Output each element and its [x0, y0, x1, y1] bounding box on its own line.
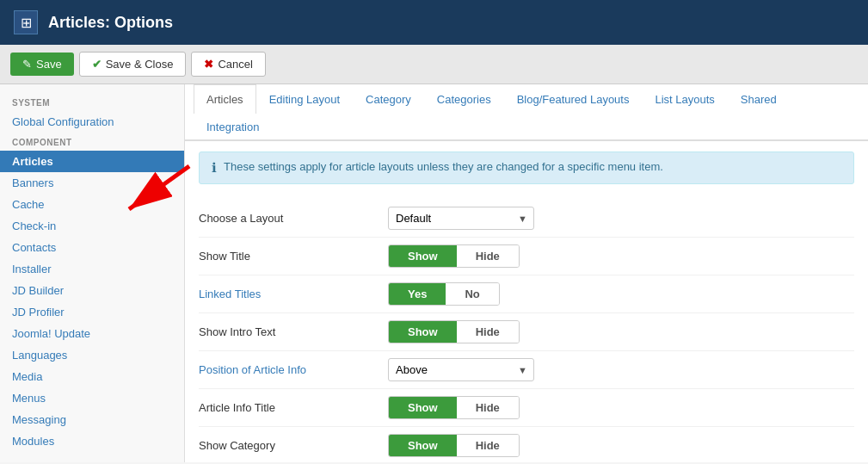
save-button[interactable]: ✎ Save: [10, 53, 74, 76]
label-show-intro-text: Show Intro Text: [199, 325, 388, 338]
form-row-show-category: Show Category Show Hide: [199, 427, 854, 462]
tab-list-layouts[interactable]: List Layouts: [642, 84, 727, 114]
tab-bar: Articles Editing Layout Category Categor…: [185, 84, 868, 141]
tab-shared[interactable]: Shared: [728, 84, 790, 114]
article-info-title-toggle: Show Hide: [388, 396, 520, 419]
control-article-info-title: Show Hide: [388, 396, 854, 419]
position-select-wrapper: Above Below Split ▼: [388, 358, 534, 381]
show-category-show-btn[interactable]: Show: [389, 435, 457, 456]
sidebar-item-languages[interactable]: Languages: [0, 344, 184, 366]
info-icon: ℹ: [212, 160, 217, 176]
tab-integration[interactable]: Integration: [194, 112, 272, 141]
app-header: ⊞ Articles: Options: [0, 0, 868, 45]
show-title-hide-btn[interactable]: Hide: [457, 245, 519, 267]
check-icon: ✔: [92, 58, 102, 71]
show-intro-text-toggle: Show Hide: [388, 320, 520, 343]
form-row-choose-layout: Choose a Layout Default Blog List ▼: [199, 200, 854, 238]
page-title: Articles: Options: [48, 14, 173, 32]
sidebar-item-media[interactable]: Media: [0, 366, 184, 387]
control-position-article-info: Above Below Split ▼: [388, 358, 854, 381]
sidebar-item-menus[interactable]: Menus: [0, 387, 184, 409]
sidebar-item-cache[interactable]: Cache: [0, 194, 184, 215]
info-message: These settings apply for article layouts…: [224, 160, 663, 173]
form-body: Choose a Layout Default Blog List ▼ Show…: [185, 195, 868, 462]
sidebar-item-global-configuration[interactable]: Global Configuration: [0, 111, 184, 133]
tab-articles[interactable]: Articles: [194, 84, 256, 114]
show-title-show-btn[interactable]: Show: [389, 245, 457, 267]
control-show-category: Show Hide: [388, 434, 854, 457]
sidebar-item-modules[interactable]: Modules: [0, 430, 184, 452]
label-article-info-title: Article Info Title: [199, 401, 388, 414]
layout-select[interactable]: Default Blog List: [388, 207, 534, 230]
sidebar-item-articles[interactable]: Articles: [0, 151, 184, 172]
sidebar-item-messaging[interactable]: Messaging: [0, 409, 184, 430]
cancel-button[interactable]: ✖ Cancel: [191, 52, 265, 77]
main-layout: SYSTEM Global Configuration COMPONENT Ar…: [0, 84, 868, 462]
article-info-title-hide-btn[interactable]: Hide: [457, 397, 519, 418]
sidebar-item-banners[interactable]: Banners: [0, 172, 184, 194]
show-intro-text-hide-btn[interactable]: Hide: [457, 321, 519, 343]
tab-category[interactable]: Category: [353, 84, 424, 114]
sidebar: SYSTEM Global Configuration COMPONENT Ar…: [0, 84, 185, 462]
sidebar-item-check-in[interactable]: Check-in: [0, 215, 184, 237]
form-row-position-article-info: Position of Article Info Above Below Spl…: [199, 351, 854, 389]
x-icon: ✖: [204, 58, 213, 71]
position-article-info-select[interactable]: Above Below Split: [388, 358, 534, 381]
sidebar-item-installer[interactable]: Installer: [0, 258, 184, 280]
app-icon: ⊞: [14, 10, 38, 34]
save-edit-icon: ✎: [22, 58, 32, 71]
control-choose-layout: Default Blog List ▼: [388, 207, 854, 230]
form-row-show-intro-text: Show Intro Text Show Hide: [199, 313, 854, 351]
linked-titles-toggle: Yes No: [388, 282, 500, 306]
linked-titles-yes-btn[interactable]: Yes: [389, 283, 446, 305]
form-row-article-info-title: Article Info Title Show Hide: [199, 389, 854, 427]
component-section-label: COMPONENT: [0, 133, 184, 151]
tab-editing-layout[interactable]: Editing Layout: [256, 84, 353, 114]
control-show-intro-text: Show Hide: [388, 320, 854, 343]
toolbar: ✎ Save ✔ Save & Close ✖ Cancel: [0, 45, 868, 84]
sidebar-item-contacts[interactable]: Contacts: [0, 237, 184, 258]
content-area: Articles Editing Layout Category Categor…: [185, 84, 868, 462]
info-box: ℹ These settings apply for article layou…: [199, 152, 854, 184]
control-show-title: Show Hide: [388, 244, 854, 268]
linked-titles-no-btn[interactable]: No: [446, 283, 498, 305]
show-intro-text-show-btn[interactable]: Show: [389, 321, 457, 343]
sidebar-item-jd-profiler[interactable]: JD Profiler: [0, 301, 184, 323]
label-linked-titles: Linked Titles: [199, 288, 388, 300]
sidebar-item-joomla-update[interactable]: Joomla! Update: [0, 323, 184, 344]
label-position-article-info: Position of Article Info: [199, 363, 388, 376]
system-section-label: SYSTEM: [0, 93, 184, 111]
save-close-button[interactable]: ✔ Save & Close: [79, 52, 187, 77]
show-title-toggle: Show Hide: [388, 244, 520, 268]
article-info-title-show-btn[interactable]: Show: [389, 397, 457, 418]
sidebar-item-jd-builder[interactable]: JD Builder: [0, 280, 184, 301]
control-linked-titles: Yes No: [388, 282, 854, 306]
label-show-category: Show Category: [199, 439, 388, 452]
form-row-linked-titles: Linked Titles Yes No: [199, 275, 854, 313]
tab-categories[interactable]: Categories: [424, 84, 504, 114]
form-row-show-title: Show Title Show Hide: [199, 238, 854, 275]
label-choose-layout: Choose a Layout: [199, 212, 388, 225]
show-category-toggle: Show Hide: [388, 434, 520, 457]
label-show-title: Show Title: [199, 250, 388, 263]
tab-blog-featured-layouts[interactable]: Blog/Featured Layouts: [504, 84, 643, 114]
layout-select-wrapper: Default Blog List ▼: [388, 207, 534, 230]
show-category-hide-btn[interactable]: Hide: [457, 435, 519, 456]
